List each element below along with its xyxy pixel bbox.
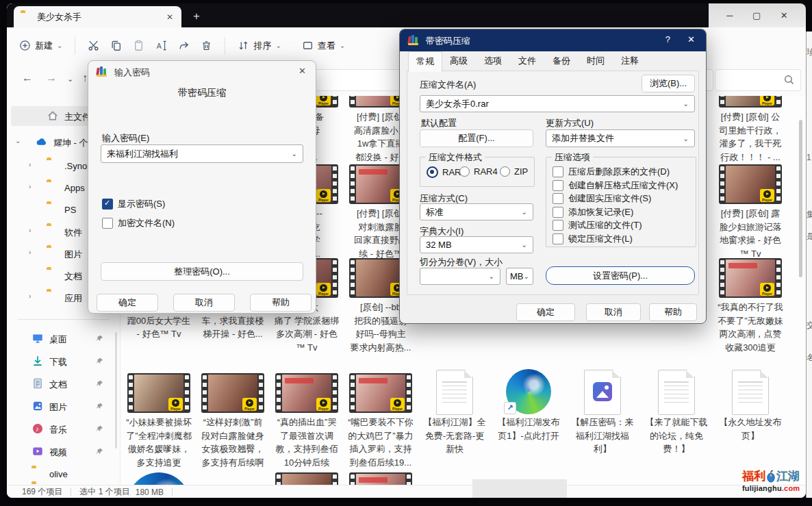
sidebar-item-视频[interactable]: 视频 (11, 442, 115, 461)
tab-选项[interactable]: 选项 (477, 51, 509, 71)
delete-button[interactable] (195, 36, 218, 55)
help-button[interactable]: 帮助 (250, 294, 312, 312)
volume-size-combobox[interactable]: ⌄ (420, 268, 500, 285)
view-button[interactable]: 查看⌄ (296, 36, 351, 56)
up-button[interactable]: ↑ (82, 72, 88, 84)
chevron-right-icon[interactable]: › (29, 183, 31, 190)
search-input[interactable] (715, 69, 801, 91)
volume-unit-combobox[interactable]: MB ⌄ (506, 268, 533, 285)
chevron-down-icon[interactable]: ⌄ (524, 273, 529, 280)
sidebar-item-百度网盘[interactable]: 百度网盘 (11, 480, 115, 485)
file-caption: “嘴巴要装不下你的大鸡巴了”暴力插入罗莉，支持到叁佰后续19... (345, 416, 416, 469)
tab-注释[interactable]: 注释 (613, 51, 646, 71)
file-caption-line: 费！】 (641, 442, 712, 456)
show-password-checkbox[interactable]: 显示密码(S) (102, 198, 165, 210)
split-volumes-label: 切分为分卷(V)，大小 (420, 256, 503, 268)
chevron-right-icon[interactable]: › (29, 161, 31, 168)
new-tab-button[interactable]: + (193, 9, 200, 24)
option-checkbox-6[interactable]: 锁定压缩文件(L) (553, 233, 633, 245)
sidebar-item-桌面[interactable]: 桌面 (11, 329, 115, 349)
close-icon[interactable]: ✕ (299, 66, 306, 76)
organize-passwords-button[interactable]: 整理密码(O)... (101, 262, 303, 281)
files-scrollbar[interactable] (799, 120, 802, 277)
close-button[interactable]: ✕ (781, 10, 788, 21)
browse-button[interactable]: 浏览(B)... (642, 75, 695, 92)
ok-button[interactable]: 确定 (516, 303, 575, 321)
tab-文件[interactable]: 文件 (511, 51, 544, 71)
checkbox-label: 压缩后删除原来的文件(D) (568, 166, 670, 178)
option-checkbox-1[interactable]: 压缩后删除原来的文件(D) (553, 166, 670, 178)
sort-button[interactable]: 排序⌄ (232, 36, 286, 56)
cancel-button[interactable]: 取消 (173, 294, 235, 312)
film-holes (776, 96, 781, 105)
sidebar-item-下载[interactable]: 下载 (11, 351, 115, 371)
checkbox-box (553, 207, 563, 218)
ok-button[interactable]: 确定 (97, 294, 158, 312)
tab-高级[interactable]: 高级 (442, 51, 475, 71)
shortcut-arrow-icon: ↗ (504, 402, 516, 414)
option-checkbox-3[interactable]: 创建固实压缩文件(S) (553, 192, 651, 205)
copy-button[interactable] (105, 36, 127, 55)
chevron-down-icon[interactable]: ⌄ (489, 273, 494, 280)
help-icon[interactable]: ? (665, 34, 670, 45)
history-chevron-icon[interactable]: ⌄ (67, 75, 73, 84)
option-checkbox-5[interactable]: 测试压缩的文件(T) (553, 219, 642, 231)
tab-备份[interactable]: 备份 (545, 51, 578, 71)
player-badge: Player (168, 398, 183, 411)
view-icon (302, 40, 314, 51)
film-holes (351, 375, 355, 411)
cancel-button[interactable]: 取消 (586, 303, 641, 321)
chevron-down-icon[interactable]: ⌄ (292, 150, 297, 157)
paste-button[interactable] (127, 36, 150, 55)
update-mode-combobox[interactable]: 添加并替换文件 ⌄ (546, 129, 695, 147)
tab-常规[interactable]: 常规 (408, 51, 442, 72)
explorer-tab[interactable]: 美少女杀手 ✕ (14, 6, 181, 27)
chevron-right-icon[interactable]: › (29, 292, 31, 300)
picfile-icon (31, 400, 44, 412)
sidebar-item-文档[interactable]: 文档 (11, 374, 115, 394)
film-holes (720, 96, 724, 105)
video-thumbnail: Player (275, 373, 338, 413)
rename-button[interactable]: A (150, 36, 173, 55)
archive-name-combobox[interactable]: 美少女杀手0.rar ⌄ (420, 95, 695, 112)
player-badge-label: Player (760, 198, 774, 202)
help-button[interactable]: 帮助 (649, 303, 697, 321)
sidebar-item-图片[interactable]: 图片 (11, 396, 115, 416)
password-combobox[interactable]: 来福利江湖找福利 ⌄ (101, 144, 303, 163)
chevron-down-icon[interactable]: ⌄ (15, 137, 21, 144)
chevron-down-icon[interactable]: ⌄ (522, 208, 527, 216)
format-radio-RAR4[interactable]: RAR4 (459, 166, 498, 177)
tab-close-icon[interactable]: ✕ (165, 12, 175, 22)
film-holes (333, 166, 337, 202)
chevron-down-icon[interactable]: ⌄ (683, 135, 689, 142)
sidebar-item-label: PS (64, 205, 76, 215)
sidebar-scrollbar[interactable] (115, 332, 117, 448)
option-checkbox-2[interactable]: 创建自解压格式压缩文件(X) (553, 179, 678, 192)
back-button[interactable]: ← (22, 72, 33, 84)
cut-button[interactable] (82, 36, 105, 55)
chevron-down-icon[interactable]: ⌄ (522, 241, 527, 249)
encrypt-filenames-checkbox[interactable]: 加密文件名(N) (102, 217, 175, 229)
film-holes (333, 96, 337, 105)
chevron-right-icon[interactable]: › (29, 227, 31, 234)
sidebar-item-label: 应用 (64, 292, 82, 305)
set-password-button[interactable]: 设置密码(P)... (546, 266, 695, 285)
format-radio-ZIP[interactable]: ZIP (500, 166, 528, 177)
pin-icon (95, 379, 104, 388)
new-button[interactable]: 新建⌄ (14, 36, 68, 56)
maximize-button[interactable]: ▢ (752, 10, 761, 21)
format-radio-RAR[interactable]: RAR (427, 166, 461, 178)
chevron-down-icon[interactable]: ⌄ (683, 100, 689, 107)
forward-button[interactable]: → (46, 72, 57, 84)
background-text-fragment: 是 (807, 231, 812, 242)
share-button[interactable] (173, 36, 195, 55)
profiles-button[interactable]: 配置(F)... (420, 129, 533, 147)
dictionary-size-combobox[interactable]: 32 MB ⌄ (420, 236, 533, 253)
sidebar-item-音乐[interactable]: ♪音乐 (11, 419, 115, 439)
compression-method-combobox[interactable]: 标准 ⌄ (420, 203, 533, 220)
close-icon[interactable]: ✕ (687, 34, 695, 45)
tab-时间[interactable]: 时间 (579, 51, 612, 71)
minimize-button[interactable]: ─ (726, 10, 733, 21)
option-checkbox-4[interactable]: 添加恢复记录(E) (553, 206, 633, 218)
chevron-right-icon[interactable]: › (29, 249, 31, 256)
